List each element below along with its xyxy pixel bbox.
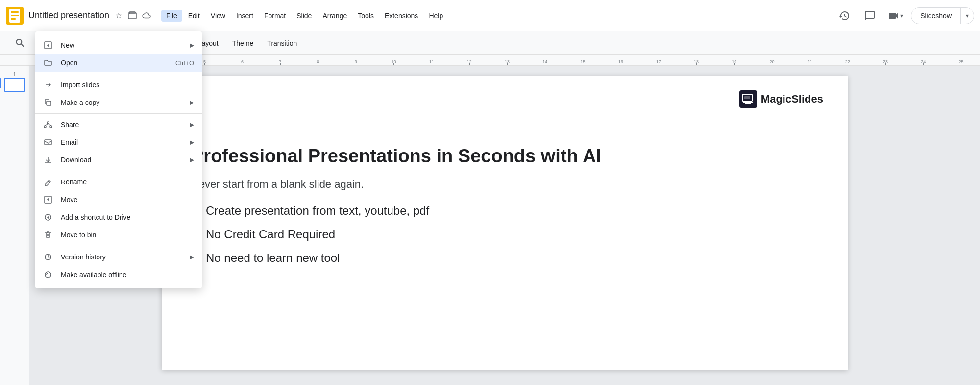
svg-rect-26 — [47, 101, 51, 105]
rename-icon — [43, 177, 53, 187]
svg-rect-1 — [11, 11, 19, 13]
download-icon — [43, 155, 53, 165]
new-label: New — [61, 41, 178, 49]
menu-item-help[interactable]: Help — [424, 10, 448, 22]
menu-item-rename[interactable]: Rename — [35, 173, 202, 191]
menu-item-move-to-bin[interactable]: Move to bin — [35, 226, 202, 244]
svg-rect-32 — [45, 140, 51, 145]
share-icon — [43, 120, 53, 129]
menu-item-make-copy[interactable]: Make a copy ▶ — [35, 94, 202, 111]
add-shortcut-icon — [43, 212, 53, 222]
menu-section-1: New ▶ Open Ctrl+O — [35, 34, 202, 74]
version-history-icon — [43, 252, 53, 262]
menu-item-new[interactable]: New ▶ — [35, 36, 202, 54]
cloud-icon[interactable] — [141, 10, 151, 21]
menu-item-insert[interactable]: Insert — [231, 10, 258, 22]
top-bar: Untitled presentation ☆ File Edit View I… — [0, 0, 980, 31]
share-label: Share — [61, 121, 178, 128]
svg-rect-2 — [11, 15, 19, 16]
menu-item-tools[interactable]: Tools — [353, 10, 379, 22]
menu-item-import-slides[interactable]: Import slides — [35, 76, 202, 94]
email-icon — [43, 137, 53, 147]
import-slides-label: Import slides — [61, 81, 194, 89]
move-label: Move — [61, 196, 194, 204]
menu-item-email[interactable]: Email ▶ — [35, 133, 202, 151]
move-icon — [43, 195, 53, 205]
svg-rect-3 — [11, 18, 16, 20]
new-arrow: ▶ — [190, 42, 194, 49]
file-dropdown-menu: New ▶ Open Ctrl+O — [35, 31, 202, 288]
menu-item-view[interactable]: View — [206, 10, 230, 22]
open-icon — [43, 58, 53, 68]
svg-point-41 — [45, 272, 51, 278]
menu-item-download[interactable]: Download ▶ — [35, 151, 202, 169]
top-right-controls: ▾ Slideshow ▾ — [834, 6, 974, 26]
menu-item-format[interactable]: Format — [259, 10, 291, 22]
bin-icon — [43, 230, 53, 240]
menu-item-share[interactable]: Share ▶ — [35, 116, 202, 133]
make-copy-arrow: ▶ — [190, 99, 194, 106]
make-offline-label: Make available offline — [61, 271, 194, 279]
download-arrow: ▶ — [190, 156, 194, 163]
menu-section-3: Share ▶ Email ▶ — [35, 114, 202, 171]
svg-line-31 — [48, 124, 51, 126]
open-shortcut: Ctrl+O — [175, 59, 194, 67]
make-copy-label: Make a copy — [61, 99, 178, 106]
app-icon[interactable] — [6, 7, 24, 25]
slideshow-dropdown-arrow[interactable]: ▾ — [961, 8, 974, 23]
add-shortcut-label: Add a shortcut to Drive — [61, 213, 194, 221]
drive-icon[interactable] — [127, 10, 138, 21]
menu-item-slide[interactable]: Slide — [292, 10, 317, 22]
slideshow-button[interactable]: Slideshow ▾ — [911, 7, 974, 24]
open-label: Open — [61, 59, 168, 67]
move-to-bin-label: Move to bin — [61, 231, 194, 239]
slideshow-label[interactable]: Slideshow — [911, 8, 961, 24]
menu-item-make-offline[interactable]: Make available offline — [35, 266, 202, 283]
menu-section-4: Rename Move — [35, 171, 202, 246]
svg-point-29 — [50, 126, 52, 128]
new-icon — [43, 40, 53, 50]
menu-item-arrange[interactable]: Arrange — [318, 10, 352, 22]
menu-section-2: Import slides Make a copy ▶ — [35, 74, 202, 114]
dropdown-overlay[interactable]: New ▶ Open Ctrl+O — [0, 31, 980, 385]
svg-line-30 — [45, 124, 48, 126]
email-arrow: ▶ — [190, 139, 194, 146]
menu-item-version-history[interactable]: Version history ▶ — [35, 248, 202, 266]
svg-point-27 — [47, 122, 49, 124]
download-label: Download — [61, 156, 178, 164]
menu-item-move[interactable]: Move — [35, 191, 202, 208]
import-slides-icon — [43, 80, 53, 90]
menu-item-file[interactable]: File — [161, 10, 182, 22]
version-history-arrow: ▶ — [190, 254, 194, 260]
title-icons: ☆ — [113, 10, 151, 21]
present-icon[interactable]: ▾ — [885, 6, 905, 26]
version-history-label: Version history — [61, 253, 178, 261]
offline-icon — [43, 270, 53, 280]
star-icon[interactable]: ☆ — [113, 10, 124, 21]
history-icon[interactable] — [834, 6, 854, 26]
menu-item-edit[interactable]: Edit — [183, 10, 205, 22]
menu-section-5: Version history ▶ Make available offline — [35, 246, 202, 285]
comments-icon[interactable] — [860, 6, 880, 26]
share-arrow: ▶ — [190, 121, 194, 128]
svg-point-28 — [44, 126, 46, 128]
menu-item-add-shortcut[interactable]: Add a shortcut to Drive — [35, 208, 202, 226]
email-label: Email — [61, 138, 178, 146]
menu-item-extensions[interactable]: Extensions — [380, 10, 423, 22]
menu-item-open[interactable]: Open Ctrl+O — [35, 54, 202, 72]
menu-bar: File Edit View Insert Format Slide Arran… — [161, 10, 834, 22]
rename-label: Rename — [61, 178, 194, 186]
make-copy-icon — [43, 98, 53, 107]
document-title[interactable]: Untitled presentation — [28, 10, 109, 21]
